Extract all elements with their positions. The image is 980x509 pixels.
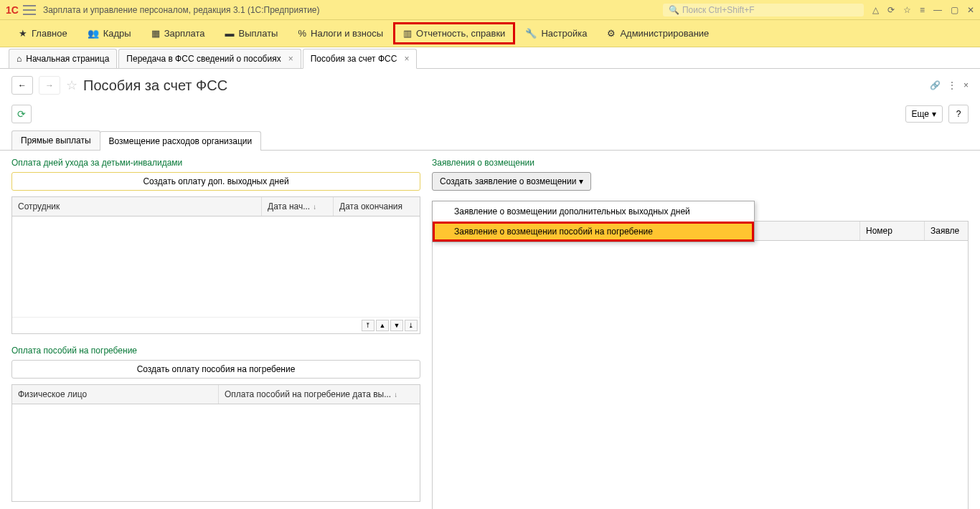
grid-body[interactable] [433, 241, 968, 509]
tab-fss-transfer[interactable]: Передача в ФСС сведений о пособиях× [118, 49, 301, 68]
tab-fss-benefits[interactable]: Пособия за счет ФСС× [303, 49, 418, 69]
forward-button[interactable]: → [39, 76, 60, 95]
page-header: ← → ☆ Пособия за счет ФСС 🔗 ⋮ × [0, 69, 980, 102]
grid-body[interactable] [12, 404, 420, 501]
menu-reports[interactable]: ▥Отчетность, справки [393, 22, 515, 44]
report-icon: ▥ [403, 28, 412, 39]
app-title: Зарплата и управление персоналом, редакц… [43, 5, 663, 15]
dropdown-item-extra-days[interactable]: Заявление о возмещении дополнительных вы… [433, 201, 754, 222]
toolbar: ⟳ Еще▾ ? [0, 102, 980, 126]
content: Оплата дней ухода за детьми-инвалидами С… [0, 151, 980, 509]
history-icon[interactable]: ⟳ [887, 5, 895, 15]
tab-home[interactable]: ⌂Начальная страница [9, 49, 117, 68]
back-button[interactable]: ← [11, 76, 33, 95]
menu-main[interactable]: ★Главное [9, 22, 77, 44]
main-menu: ★Главное 👥Кадры ▦Зарплата ▬Выплаты %Нало… [0, 20, 980, 47]
grid-funeral: Физическое лицо Оплата пособий на погреб… [11, 384, 420, 502]
filter-icon[interactable]: ≡ [920, 5, 925, 15]
menu-salary[interactable]: ▦Зарплата [141, 22, 215, 44]
create-funeral-button[interactable]: Создать оплату пособия на погребение [11, 360, 420, 379]
gear-icon: ⚙ [607, 28, 616, 39]
kebab-icon[interactable]: ⋮ [948, 80, 956, 90]
col-person[interactable]: Физическое лицо [12, 385, 219, 404]
col-payment-date[interactable]: Оплата пособий на погребение дата вы...↓ [219, 385, 420, 404]
wallet-icon: ▬ [225, 28, 235, 39]
home-icon: ⌂ [17, 54, 22, 64]
sort-down-icon[interactable]: ▼ [390, 320, 403, 331]
people-icon: 👥 [88, 28, 99, 39]
percent-icon: % [298, 28, 306, 39]
refresh-icon: ⟳ [17, 108, 26, 120]
menu-taxes[interactable]: %Налоги и взносы [288, 22, 393, 44]
search-icon: 🔍 [669, 5, 679, 15]
col-start-date[interactable]: Дата нач...↓ [262, 197, 334, 216]
link-icon[interactable]: 🔗 [930, 80, 941, 90]
create-extra-days-button[interactable]: Создать оплату доп. выходных дней [11, 172, 420, 191]
close-icon[interactable]: × [404, 54, 409, 64]
sub-tabs: Прямые выплаты Возмещение расходов орган… [0, 130, 980, 151]
section-right-title: Заявления о возмещении [432, 158, 969, 168]
star-icon[interactable]: ☆ [903, 5, 911, 15]
sort-up-icon[interactable]: ▲ [376, 320, 389, 331]
close-icon[interactable]: × [288, 54, 293, 64]
grid-applications: ↓ Номер Заявле ⤒ ▲ ▼ ⤓ [432, 221, 969, 509]
search-input[interactable]: 🔍 Поиск Ctrl+Shift+F [663, 4, 864, 16]
col-end-date[interactable]: Дата окончания [334, 197, 420, 216]
page-title: Пособия за счет ФСС [83, 77, 924, 94]
menu-hr[interactable]: 👥Кадры [77, 22, 141, 44]
titlebar: 1C Зарплата и управление персоналом, ред… [0, 0, 980, 20]
logo-1c: 1C [6, 4, 19, 16]
grid-body[interactable] [12, 217, 420, 317]
wrench-icon: 🔧 [525, 28, 537, 39]
menu-payments[interactable]: ▬Выплаты [215, 22, 288, 44]
create-reimbursement-dropdown[interactable]: Создать заявление о возмещении▾ [432, 172, 591, 191]
chevron-down-icon: ▾ [932, 109, 936, 119]
favorite-icon[interactable]: ☆ [66, 77, 77, 93]
col-application[interactable]: Заявле [925, 222, 968, 240]
hamburger-icon[interactable] [23, 5, 36, 15]
menu-settings[interactable]: 🔧Настройка [515, 22, 597, 44]
col-employee[interactable]: Сотрудник [12, 197, 262, 216]
more-button[interactable]: Еще▾ [905, 105, 943, 123]
minimize-icon[interactable]: — [933, 5, 942, 15]
dropdown-menu: Заявление о возмещении дополнительных вы… [432, 201, 755, 242]
star-solid-icon: ★ [19, 28, 27, 39]
help-button[interactable]: ? [948, 105, 969, 123]
sort-top-icon[interactable]: ⤒ [362, 320, 374, 331]
col-number[interactable]: Номер [860, 222, 925, 240]
tab-bar: ⌂Начальная страница Передача в ФСС сведе… [0, 47, 980, 69]
subtab-direct[interactable]: Прямые выплаты [11, 130, 100, 150]
section1-title: Оплата дней ухода за детьми-инвалидами [11, 158, 420, 168]
close-page-icon[interactable]: × [963, 80, 969, 90]
sort-bottom-icon[interactable]: ⤓ [405, 320, 418, 331]
maximize-icon[interactable]: ▢ [951, 5, 958, 15]
subtab-reimbursement[interactable]: Возмещение расходов организации [100, 131, 262, 151]
dropdown-item-funeral[interactable]: Заявление о возмещении пособий на погреб… [433, 222, 754, 242]
sort-down-icon: ↓ [394, 391, 397, 399]
menu-admin[interactable]: ⚙Администрирование [597, 22, 719, 44]
section2-title: Оплата пособий на погребение [11, 346, 420, 356]
bell-icon[interactable]: △ [872, 5, 879, 15]
close-icon[interactable]: ✕ [967, 5, 974, 15]
grid-children-care: Сотрудник Дата нач...↓ Дата окончания ⤒ … [11, 196, 420, 334]
calc-icon: ▦ [151, 28, 160, 39]
refresh-button[interactable]: ⟳ [11, 105, 32, 123]
chevron-down-icon: ▾ [579, 176, 583, 186]
sort-down-icon: ↓ [313, 203, 316, 211]
